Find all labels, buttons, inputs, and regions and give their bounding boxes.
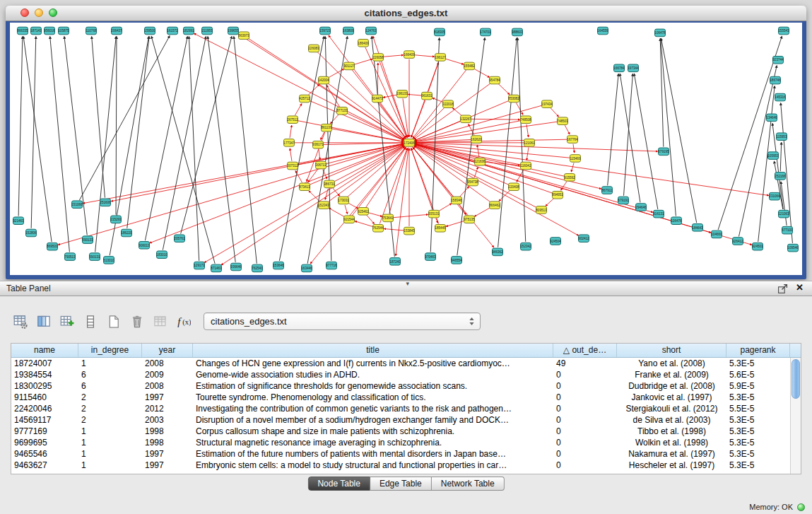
network-node[interactable]: 926412 xyxy=(732,238,743,245)
table-settings-icon[interactable] xyxy=(11,313,30,331)
network-node[interactable]: 183010 xyxy=(156,251,167,259)
network-node[interactable]: 182991 xyxy=(183,27,194,35)
network-node[interactable]: 164559 xyxy=(597,27,608,35)
network-node[interactable]: 109546 xyxy=(787,244,799,252)
network-node[interactable]: 106478 xyxy=(654,29,666,37)
network-node[interactable]: 251606 xyxy=(100,199,111,206)
network-node[interactable]: 142004 xyxy=(318,76,329,84)
network-node[interactable]: 748508 xyxy=(520,116,531,124)
network-node[interactable]: 226083 xyxy=(308,45,319,52)
window-titlebar[interactable]: citations_edges.txt xyxy=(6,6,806,21)
network-node[interactable]: 294646 xyxy=(635,204,647,211)
network-node[interactable]: 790513 xyxy=(64,253,76,261)
network-node[interactable]: 172406 xyxy=(404,139,415,147)
network-node[interactable]: 935131 xyxy=(428,210,440,218)
network-node[interactable]: 901127 xyxy=(344,62,355,70)
network-node[interactable]: 162620 xyxy=(471,136,482,144)
network-node[interactable]: 916131 xyxy=(653,210,664,218)
network-node[interactable]: 936171 xyxy=(312,141,324,148)
network-node[interactable]: 106476 xyxy=(671,217,682,225)
network-node[interactable]: 306713 xyxy=(315,161,326,169)
network-node[interactable]: 184643 xyxy=(692,224,703,232)
network-node[interactable]: 954784 xyxy=(489,76,500,84)
network-node[interactable]: 163446 xyxy=(301,264,312,272)
network-node[interactable]: 753641 xyxy=(382,214,394,222)
column-header-out_degree[interactable]: △ out_de… xyxy=(553,344,617,357)
new-table-icon[interactable] xyxy=(105,313,123,331)
network-node[interactable]: 914473 xyxy=(372,95,383,103)
network-node[interactable]: 152343 xyxy=(318,201,329,209)
network-node[interactable]: 153646 xyxy=(273,262,284,269)
network-node[interactable]: 906013 xyxy=(139,241,150,249)
network-node[interactable]: 252166 xyxy=(775,173,786,180)
network-node[interactable]: 677100 xyxy=(782,226,793,234)
network-node[interactable]: 167764 xyxy=(567,136,578,144)
network-node[interactable]: 187143 xyxy=(30,27,42,35)
network-node[interactable]: 977716 xyxy=(326,262,337,269)
network-node[interactable]: 513010 xyxy=(103,257,114,264)
network-node[interactable]: 121636 xyxy=(474,158,486,165)
network-node[interactable]: 206437 xyxy=(111,27,122,35)
network-node[interactable]: 121061 xyxy=(524,139,535,147)
network-node[interactable]: 946554 xyxy=(451,257,462,264)
network-node[interactable]: 267512 xyxy=(287,116,298,124)
network-node[interactable]: 159723 xyxy=(319,27,331,35)
table-row[interactable]: 977716911998Corpus callosum shape and si… xyxy=(11,426,790,437)
network-node[interactable]: 186409 xyxy=(358,40,369,47)
network-node[interactable]: 871463 xyxy=(211,264,222,272)
network-node[interactable]: 809513 xyxy=(536,206,547,214)
network-node[interactable]: 115953 xyxy=(777,133,787,141)
network-node[interactable]: 105953 xyxy=(767,152,779,160)
network-node[interactable]: 197344 xyxy=(628,64,639,72)
table-row[interactable]: 1872400712008Changes of HCN gene express… xyxy=(11,358,790,369)
network-node[interactable]: 307312 xyxy=(287,162,298,170)
panel-grip-icon[interactable]: ▾ xyxy=(406,280,410,287)
column-header-pagerank[interactable]: pagerank xyxy=(726,344,790,357)
network-node[interactable]: 145316 xyxy=(775,93,786,101)
network-node[interactable]: 152342 xyxy=(520,243,531,250)
close-panel-icon[interactable]: ✕ xyxy=(796,282,804,293)
network-node[interactable]: 231066 xyxy=(71,201,83,209)
network-node[interactable]: 873413 xyxy=(299,183,310,191)
network-node[interactable]: 961631 xyxy=(421,92,433,100)
network-node[interactable]: 679195 xyxy=(658,148,669,156)
network-node[interactable]: 173031 xyxy=(338,197,349,204)
network-node[interactable]: 322018 xyxy=(442,100,454,108)
network-node[interactable]: 956016 xyxy=(44,27,55,35)
network-canvas[interactable]: 1724061538457625449215441523438734133073… xyxy=(10,23,802,275)
network-node[interactable]: 153845 xyxy=(404,227,415,235)
delete-table-icon[interactable] xyxy=(128,313,146,331)
import-table-icon[interactable] xyxy=(151,313,170,331)
network-node[interactable]: 867911 xyxy=(602,187,613,194)
table-row[interactable]: 1456911722003Disruption of a novel membe… xyxy=(11,414,790,426)
column-header-year[interactable]: year xyxy=(142,344,193,357)
network-node[interactable]: 163809 xyxy=(343,27,354,35)
network-node[interactable]: 226058 xyxy=(372,54,384,62)
network-node[interactable]: 177347 xyxy=(283,139,295,147)
edit-table-icon[interactable] xyxy=(58,313,76,331)
network-node[interactable]: 187240 xyxy=(389,258,401,266)
network-node[interactable]: 946362 xyxy=(492,248,503,256)
tab-node-table[interactable]: Node Table xyxy=(307,477,370,491)
network-node[interactable]: 121063 xyxy=(778,210,789,218)
network-node[interactable]: 894951 xyxy=(552,191,563,199)
network-node[interactable]: 166409 xyxy=(404,51,415,59)
network-node[interactable]: 923744 xyxy=(772,57,784,64)
network-node[interactable]: 861139 xyxy=(322,124,332,132)
function-builder-icon[interactable]: f(x) xyxy=(175,313,193,331)
network-node[interactable]: 975135 xyxy=(464,216,475,223)
network-node[interactable]: 925462 xyxy=(358,208,369,216)
network-node[interactable]: 970463 xyxy=(425,253,436,261)
minimize-button[interactable] xyxy=(35,8,43,17)
network-node[interactable]: 196133 xyxy=(396,90,408,98)
zoom-button[interactable] xyxy=(49,8,57,17)
column-chooser-icon[interactable] xyxy=(35,313,53,331)
table-row[interactable]: 911546021997Tourette syndrome. Phenomeno… xyxy=(11,392,790,403)
float-panel-icon[interactable] xyxy=(777,284,788,294)
table-row[interactable]: 946554611997Estimation of the future num… xyxy=(11,448,790,460)
network-node[interactable]: 196127 xyxy=(435,54,446,62)
network-node[interactable]: 863973 xyxy=(238,32,249,40)
network-node[interactable]: 818305 xyxy=(434,28,445,36)
network-node[interactable]: 186746 xyxy=(770,76,781,84)
network-node[interactable]: 174701 xyxy=(480,28,491,36)
